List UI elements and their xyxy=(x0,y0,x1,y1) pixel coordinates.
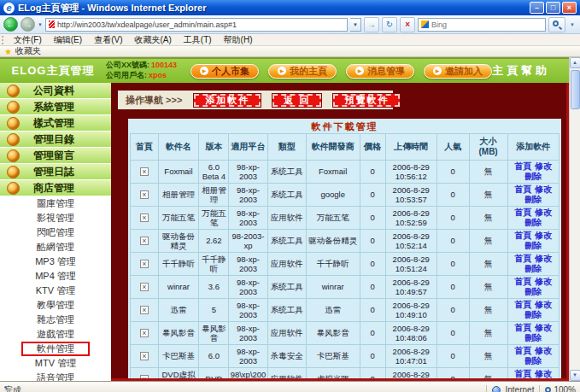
go-button[interactable]: → xyxy=(364,17,379,32)
stop-button[interactable]: × xyxy=(400,17,415,32)
row-action-link-3[interactable]: 刪除 xyxy=(524,241,542,250)
search-input[interactable] xyxy=(431,20,542,29)
sidebar-item-2[interactable]: 系統管理 xyxy=(0,99,111,115)
table-cell: 98-xp-2003 xyxy=(229,253,267,276)
address-bar[interactable]: http://win2003/tw/xdealpage/user_admin/m… xyxy=(45,18,348,32)
zoom-control[interactable]: 100% xyxy=(545,385,576,392)
row-action-link-1[interactable]: 首頁 xyxy=(514,184,531,194)
sidebar-sub-item-6[interactable]: MP4 管理 xyxy=(0,269,111,284)
row-action-link-2[interactable]: 修改 xyxy=(535,300,552,309)
row-action-link-1[interactable]: 首頁 xyxy=(514,369,531,378)
row-action-link-2[interactable]: 修改 xyxy=(535,346,552,355)
sidebar-item-7[interactable]: 商店管理 xyxy=(0,180,111,196)
row-checkbox[interactable]: × xyxy=(140,306,149,314)
back-button[interactable]: ← xyxy=(3,17,18,32)
sidebar-sub-item-12[interactable]: MTV 管理 xyxy=(0,356,111,371)
address-dropdown[interactable]: ▼ xyxy=(350,18,361,32)
row-action-link-3[interactable]: 刪除 xyxy=(524,333,542,342)
row-action-link-3[interactable]: 刪除 xyxy=(524,172,542,181)
forward-button[interactable]: → xyxy=(21,17,35,32)
row-action-link-3[interactable]: 刪除 xyxy=(524,195,542,204)
menu-item-4[interactable]: 收藏夹(A) xyxy=(128,34,177,46)
row-action-link-1[interactable]: 首頁 xyxy=(514,346,531,355)
row-checkbox[interactable]: × xyxy=(140,260,149,268)
row-action-link-1[interactable]: 首頁 xyxy=(514,277,531,286)
sidebar-sub-item-9[interactable]: 雜志管理 xyxy=(0,313,111,327)
menu-item-5[interactable]: 工具(T) xyxy=(178,34,218,46)
scroll-down-button[interactable]: ▼ xyxy=(570,370,580,381)
sidebar-sub-item-11[interactable]: 軟件管理 xyxy=(0,342,111,356)
table-cell: 0 xyxy=(360,276,385,299)
forward-icon: → xyxy=(24,20,32,29)
favorites-label[interactable]: 收藏夹 xyxy=(15,45,41,57)
header-nav-button-1[interactable]: ▶个人市集 xyxy=(190,64,259,79)
row-checkbox[interactable]: × xyxy=(140,283,149,291)
row-action-link-1[interactable]: 首頁 xyxy=(514,254,531,263)
operation-button-3[interactable]: 預覽軟件 xyxy=(333,94,400,107)
row-action-link-2[interactable]: 修改 xyxy=(535,323,552,332)
sidebar-sub-item-2[interactable]: 影視管理 xyxy=(0,211,111,225)
search-button[interactable] xyxy=(548,17,565,32)
sidebar-item-4[interactable]: 管理目錄 xyxy=(0,132,111,148)
sidebar-item-1[interactable]: 公司資料 xyxy=(0,83,111,99)
sidebar-sub-item-10[interactable]: 遊戲管理 xyxy=(0,327,111,342)
operation-button-2[interactable]: 返 回 xyxy=(272,94,321,107)
header-nav-button-2[interactable]: ▶我的主頁 xyxy=(268,64,337,79)
address-url[interactable]: http://win2003/tw/xdealpage/user_admin/m… xyxy=(57,20,344,29)
refresh-button[interactable]: ↻ xyxy=(382,17,397,32)
row-action-link-2[interactable]: 修改 xyxy=(535,369,552,378)
row-checkbox[interactable]: × xyxy=(140,214,149,222)
minimize-button[interactable]: – xyxy=(530,2,544,14)
row-checkbox[interactable]: × xyxy=(140,190,149,199)
sidebar-item-6[interactable]: 管理日誌 xyxy=(0,164,111,180)
row-action-link-2[interactable]: 修改 xyxy=(535,208,552,217)
search-box[interactable] xyxy=(418,18,546,32)
row-action-link-3[interactable]: 刪除 xyxy=(524,356,542,366)
search-dropdown[interactable]: ▼ xyxy=(568,22,577,27)
history-dropdown[interactable]: ▼ xyxy=(38,22,43,27)
row-action-link-3[interactable]: 刪除 xyxy=(524,218,542,227)
row-action-link-3[interactable]: 刪除 xyxy=(524,264,542,273)
maximize-button[interactable]: □ xyxy=(546,2,560,14)
row-checkbox[interactable]: × xyxy=(140,352,149,360)
row-action-link-1[interactable]: 首頁 xyxy=(514,208,531,217)
row-action-link-1[interactable]: 首頁 xyxy=(514,300,531,309)
sidebar-sub-item-1[interactable]: 圖庫管理 xyxy=(0,196,111,211)
favorites-bar[interactable]: ★ 收藏夹 xyxy=(0,46,580,57)
menu-item-3[interactable]: 查看(V) xyxy=(88,34,128,46)
sidebar-sub-item-8[interactable]: 教學管理 xyxy=(0,298,111,313)
sidebar-sub-item-13[interactable]: 語音管理 xyxy=(0,371,111,381)
row-action-link-1[interactable]: 首頁 xyxy=(514,161,531,171)
sidebar-sub-item-7[interactable]: KTV 管理 xyxy=(0,284,111,298)
sidebar-item-3[interactable]: 樣式管理 xyxy=(0,115,111,132)
row-checkbox[interactable]: × xyxy=(140,167,149,176)
header-nav-button-3[interactable]: ▶消息管導 xyxy=(346,64,414,79)
sidebar-sub-item-3[interactable]: 閃吧管理 xyxy=(0,225,111,240)
table-cell: 無 xyxy=(469,161,507,184)
sidebar-sub-item-4[interactable]: 酷網管理 xyxy=(0,240,111,255)
row-checkbox[interactable]: × xyxy=(140,329,149,337)
menu-item-2[interactable]: 编辑(E) xyxy=(48,34,88,46)
row-action-link-2[interactable]: 修改 xyxy=(535,277,552,286)
row-action-link-2[interactable]: 修改 xyxy=(535,161,552,171)
menu-item-6[interactable]: 帮助(H) xyxy=(218,34,259,46)
row-checkbox[interactable]: × xyxy=(140,237,149,245)
row-action-link-1[interactable]: 首頁 xyxy=(514,323,531,332)
sidebar-item-5[interactable]: 管理留言 xyxy=(0,148,111,164)
header-nav-button-4[interactable]: ▶邀請加入 xyxy=(424,64,492,79)
scroll-thumb[interactable] xyxy=(571,70,580,109)
row-action-link-2[interactable]: 修改 xyxy=(535,184,552,194)
row-action-link-2[interactable]: 修改 xyxy=(535,254,552,263)
close-button[interactable]: × xyxy=(562,2,577,14)
row-checkbox[interactable]: × xyxy=(140,375,149,381)
scroll-up-button[interactable]: ▲ xyxy=(570,57,580,68)
homepage-help-link[interactable]: 主頁幫助 xyxy=(492,63,550,79)
sidebar-sub-item-5[interactable]: MP3 管理 xyxy=(0,255,111,269)
row-action-link-1[interactable]: 首頁 xyxy=(514,231,531,240)
row-action-link-2[interactable]: 修改 xyxy=(535,231,552,240)
row-action-link-3[interactable]: 刪除 xyxy=(524,287,542,296)
row-action-link-3[interactable]: 刪除 xyxy=(524,310,542,319)
operation-button-1[interactable]: 添加軟件 xyxy=(194,94,261,107)
menu-item-1[interactable]: 文件(F) xyxy=(8,34,48,46)
vertical-scrollbar[interactable]: ▲ ▼ xyxy=(569,57,580,381)
